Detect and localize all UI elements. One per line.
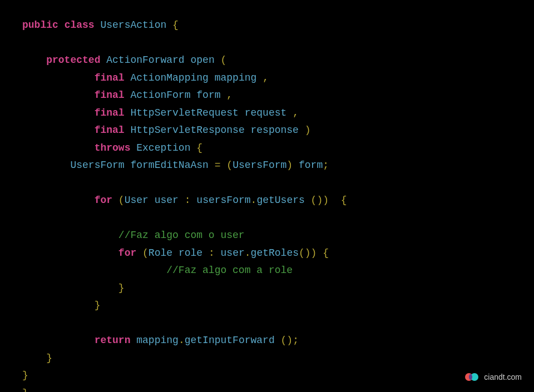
code-block: public class UsersAction { protected Act…	[0, 0, 534, 392]
call-parens: ())	[299, 247, 317, 259]
return-type: ActionForward	[106, 54, 184, 66]
logo-icon	[465, 372, 479, 382]
indent	[22, 54, 46, 66]
kw-final: final	[95, 72, 125, 83]
exception-type: Exception	[136, 142, 190, 153]
indent	[22, 160, 70, 171]
param-name: mapping	[215, 72, 257, 83]
indent	[22, 300, 95, 311]
paren: (	[226, 160, 233, 171]
kw-public: public	[22, 19, 58, 31]
obj-ref: user	[221, 247, 245, 259]
kw-final: final	[95, 125, 125, 136]
call-parens: ();	[281, 335, 299, 346]
type: HttpServletResponse	[130, 125, 244, 136]
comma: ,	[226, 90, 233, 101]
equals: =	[215, 160, 221, 171]
dot: .	[251, 195, 257, 206]
colon: :	[209, 247, 215, 259]
dot: .	[245, 247, 251, 259]
colon: :	[185, 195, 191, 206]
kw-class: class	[65, 19, 95, 31]
kw-throws: throws	[95, 142, 131, 153]
var-ref: form	[299, 160, 323, 171]
brand-text: ciandt.com	[484, 373, 522, 381]
indent	[22, 142, 95, 153]
indent	[22, 107, 95, 118]
method-call: getRoles	[251, 247, 299, 259]
class-name: UsersAction	[100, 19, 166, 31]
brace: }	[22, 388, 28, 393]
brace: }	[46, 353, 52, 364]
type: ActionMapping	[130, 72, 208, 83]
call-parens: ())	[311, 195, 329, 206]
param-name: request	[245, 107, 287, 118]
method-call: getInputForward	[185, 335, 275, 346]
param-name: response	[251, 125, 299, 136]
indent	[22, 282, 118, 294]
indent	[22, 72, 95, 83]
paren: )	[286, 160, 293, 171]
brace: {	[323, 247, 329, 259]
paren: (	[221, 54, 227, 66]
comma: ,	[263, 72, 269, 83]
footer-brand: ciandt.com	[465, 372, 522, 382]
type: User	[125, 195, 149, 206]
paren: )	[305, 125, 311, 136]
brace: }	[118, 282, 125, 294]
ws	[329, 195, 341, 206]
type: Role	[149, 247, 172, 259]
brace: {	[172, 19, 179, 31]
indent	[22, 247, 118, 259]
semicolon: ;	[323, 160, 329, 171]
kw-for: for	[95, 195, 112, 206]
var-name: formEditNaAsn	[130, 160, 208, 171]
comma: ,	[293, 107, 299, 118]
dot: .	[179, 335, 185, 346]
type: UsersForm	[70, 160, 124, 171]
brace: {	[196, 142, 202, 153]
type: ActionForm	[130, 90, 190, 101]
indent	[22, 230, 118, 241]
brace: {	[341, 195, 347, 206]
obj-ref: mapping	[136, 335, 179, 346]
method-call: getUsers	[256, 195, 304, 206]
indent	[22, 90, 95, 101]
method-name: open	[191, 54, 215, 66]
indent	[22, 195, 95, 206]
kw-for: for	[118, 247, 136, 259]
var-name: role	[179, 247, 202, 259]
kw-final: final	[95, 90, 125, 101]
comment: //Faz algo com o user	[118, 230, 245, 241]
brace: }	[22, 370, 28, 381]
kw-final: final	[95, 107, 125, 118]
brace: }	[95, 300, 101, 311]
cast-type: UsersForm	[233, 160, 286, 171]
var-name: user	[155, 195, 179, 206]
comment: //Faz algo com a role	[166, 265, 293, 276]
indent	[22, 353, 46, 364]
kw-return: return	[95, 335, 131, 346]
paren: (	[118, 195, 125, 206]
param-name: form	[196, 90, 220, 101]
indent	[22, 335, 95, 346]
kw-protected: protected	[46, 54, 100, 66]
paren: (	[142, 247, 149, 259]
obj-ref: usersForm	[196, 195, 250, 206]
indent	[22, 125, 95, 136]
type: HttpServletRequest	[130, 107, 238, 118]
indent	[22, 265, 166, 276]
